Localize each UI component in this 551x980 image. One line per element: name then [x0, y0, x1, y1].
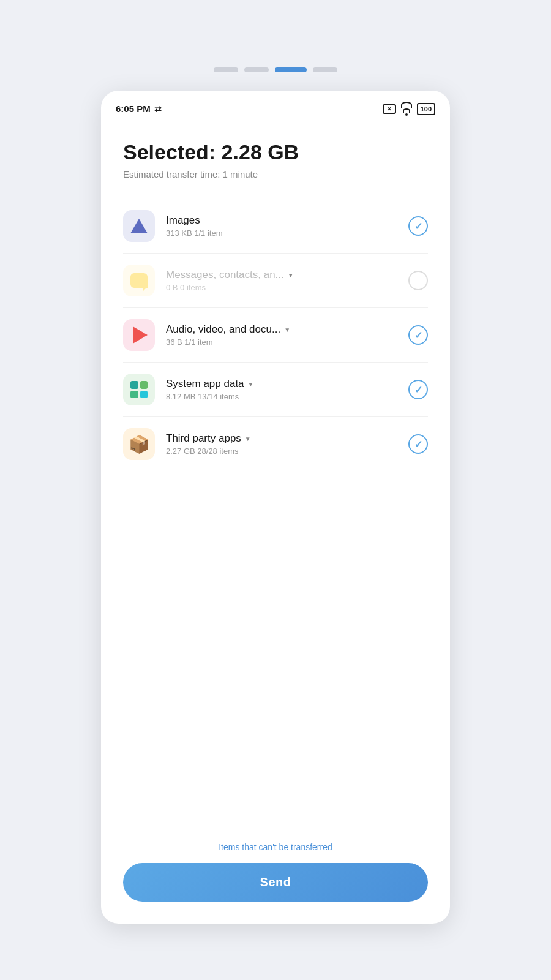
- system-icon: [123, 374, 155, 405]
- indicator-2[interactable]: [244, 67, 269, 72]
- item-text-messages: Messages, contacts, an... ▼ 0 B 0 items: [166, 269, 397, 292]
- item-text-images: Images 313 KB 1/1 item: [166, 214, 397, 238]
- item-text-apps: Third party apps ▼ 2.27 GB 28/28 items: [166, 432, 397, 456]
- list-item[interactable]: System app data ▼ 8.12 MB 13/14 items ✓: [123, 363, 428, 417]
- triangle-shape: [130, 219, 148, 233]
- dropdown-arrow: ▼: [288, 272, 294, 279]
- check-circle-apps[interactable]: ✓: [408, 434, 428, 454]
- item-name-audio: Audio, video, and docu... ▼: [166, 323, 397, 336]
- status-icons: ✕ 100: [383, 102, 435, 116]
- item-name-apps: Third party apps ▼: [166, 432, 397, 445]
- grid-icon: [130, 381, 148, 398]
- list-item[interactable]: Images 313 KB 1/1 item ✓: [123, 199, 428, 254]
- page-indicators: [214, 67, 337, 72]
- send-button[interactable]: Send: [123, 863, 428, 902]
- dropdown-arrow: ▼: [245, 435, 251, 442]
- list-item[interactable]: 📦 Third party apps ▼ 2.27 GB 28/28 items…: [123, 417, 428, 471]
- list-item[interactable]: Audio, video, and docu... ▼ 36 B 1/1 ite…: [123, 308, 428, 363]
- battery-icon: 100: [417, 103, 435, 115]
- item-meta-system: 8.12 MB 13/14 items: [166, 392, 397, 401]
- item-meta-audio: 36 B 1/1 item: [166, 337, 397, 347]
- play-arrow: [133, 326, 148, 344]
- transfer-icon: ⇄: [154, 104, 162, 114]
- list-item[interactable]: Messages, contacts, an... ▼ 0 B 0 items: [123, 254, 428, 308]
- cube-icon: 📦: [129, 434, 150, 454]
- item-name-system: System app data ▼: [166, 378, 397, 390]
- indicator-1[interactable]: [214, 67, 238, 72]
- check-circle-messages[interactable]: [408, 271, 428, 290]
- dropdown-arrow: ▼: [284, 326, 290, 333]
- item-meta-apps: 2.27 GB 28/28 items: [166, 447, 397, 456]
- item-name-messages: Messages, contacts, an... ▼: [166, 269, 397, 281]
- images-icon: [123, 210, 155, 242]
- status-time: 6:05 PM ⇄: [116, 104, 162, 114]
- selected-title: Selected: 2.28 GB: [123, 140, 428, 164]
- indicator-4[interactable]: [313, 67, 337, 72]
- item-text-system: System app data ▼ 8.12 MB 13/14 items: [166, 378, 397, 401]
- chat-bubble: [130, 273, 148, 288]
- phone-content: Selected: 2.28 GB Estimated transfer tim…: [101, 122, 450, 830]
- status-bar: 6:05 PM ⇄ ✕ 100: [101, 91, 450, 122]
- item-meta-images: 313 KB 1/1 item: [166, 228, 397, 238]
- dropdown-arrow: ▼: [248, 381, 254, 388]
- time-display: 6:05 PM: [116, 104, 151, 114]
- check-circle-audio[interactable]: ✓: [408, 325, 428, 345]
- item-name-images: Images: [166, 214, 397, 227]
- wifi-icon: [401, 102, 412, 116]
- messages-icon: [123, 265, 155, 296]
- item-meta-messages: 0 B 0 items: [166, 283, 397, 292]
- indicator-3[interactable]: [275, 67, 307, 72]
- screen-record-icon: ✕: [383, 104, 396, 114]
- check-circle-system[interactable]: ✓: [408, 380, 428, 399]
- items-list: Images 313 KB 1/1 item ✓ Messages, conta…: [123, 199, 428, 830]
- cant-transfer-link[interactable]: Items that can't be transferred: [219, 842, 332, 852]
- phone-frame: 6:05 PM ⇄ ✕ 100 Selected: 2.28 GB Estima…: [101, 91, 450, 924]
- audio-icon: [123, 319, 155, 351]
- estimated-time: Estimated transfer time: 1 minute: [123, 169, 428, 179]
- bottom-section: Items that can't be transferred Send: [101, 830, 450, 924]
- item-text-audio: Audio, video, and docu... ▼ 36 B 1/1 ite…: [166, 323, 397, 347]
- apps-icon: 📦: [123, 428, 155, 460]
- check-circle-images[interactable]: ✓: [408, 216, 428, 236]
